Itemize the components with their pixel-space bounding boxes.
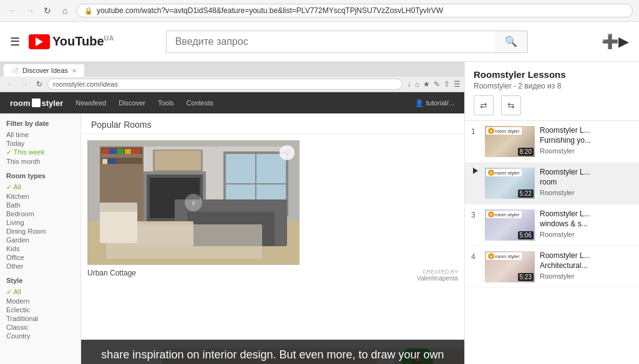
room-nav-arrow[interactable]: ›	[185, 194, 202, 211]
filter-by-date-heading: Filter by date	[6, 120, 74, 127]
type-bath[interactable]: Bath	[6, 201, 74, 209]
forward-button[interactable]: →	[24, 4, 36, 17]
loop-button[interactable]: ⇄	[474, 95, 494, 115]
home-icon: ⌂	[415, 80, 419, 89]
item-num-3: 3	[471, 209, 480, 219]
yt-sidebar: Roomstyler Lessons Roomstyler - 2 видео …	[464, 62, 639, 364]
inner-browser-nav: ← → ↻ roomstyler.com/ideas ↓ ⌂ ★ ✎ ⇧ ☰	[0, 77, 464, 92]
playlist-item-4[interactable]: 4 ● room styler 5:23 Roomstyler L...Arch…	[465, 246, 639, 288]
type-kids[interactable]: Kids	[6, 244, 74, 253]
room-heart-button[interactable]: ♡	[280, 145, 295, 160]
reload-button[interactable]: ↻	[41, 4, 54, 17]
yt-main: 📄 Discover Ideas ✕ ← → ↻ roomstyler.com/…	[0, 62, 639, 364]
room-title-area: Urban Cottage CREATED BY Valentinapenta	[87, 265, 458, 283]
svg-rect-11	[125, 149, 131, 154]
star-icon: ★	[423, 80, 430, 89]
svg-rect-12	[132, 149, 140, 154]
rs-nav-newsfeed[interactable]: Newsfeed	[76, 99, 106, 107]
type-garden[interactable]: Garden	[6, 236, 74, 244]
thumb-icon-1: ●	[488, 128, 494, 134]
inner-reload-button[interactable]: ↻	[34, 79, 45, 90]
room-image-1: ♡ ›	[87, 140, 300, 265]
filter-all-time[interactable]: All time	[6, 130, 74, 139]
style-classic[interactable]: Classic	[6, 323, 74, 332]
svg-rect-27	[100, 203, 137, 212]
inner-browser-tabs: 📄 Discover Ideas ✕	[0, 62, 464, 77]
style-traditional[interactable]: Traditional	[6, 314, 74, 323]
svg-rect-10	[117, 149, 124, 154]
upload-button[interactable]: ➕▶	[602, 34, 629, 50]
svg-rect-9	[110, 149, 116, 154]
thumb-icon-2: ●	[488, 170, 494, 176]
type-dining-room[interactable]: Dining Room	[6, 227, 74, 236]
tab-close-button[interactable]: ✕	[72, 67, 77, 74]
thumb-icon-3: ●	[488, 211, 494, 218]
svg-rect-29	[155, 151, 201, 170]
inner-address-bar[interactable]: roomstyler.com/ideas	[47, 79, 402, 90]
inner-address-text: roomstyler.com/ideas	[53, 80, 118, 88]
thumb-logo-1: ● room styler	[486, 127, 522, 135]
inner-back-button[interactable]: ←	[4, 79, 16, 90]
inner-forward-button[interactable]: →	[19, 79, 31, 90]
tab-icon: 📄	[11, 67, 19, 74]
playlist-item-3[interactable]: 3 ● room styler 5:06 Roomstyler L...wind…	[465, 204, 639, 246]
inner-browser: 📄 Discover Ideas ✕ ← → ↻ roomstyler.com/…	[0, 62, 464, 364]
rs-sidebar: Filter by date All time Today This week …	[0, 113, 81, 364]
url-text: youtube.com/watch?v=avtqD1idS48&feature=…	[97, 6, 443, 15]
play-triangle-icon	[473, 168, 478, 174]
style-country[interactable]: Country	[6, 332, 74, 340]
item-info-4: Roomstyler L...Architectural... Roomstyl…	[540, 251, 633, 280]
room-title: Urban Cottage	[87, 269, 136, 282]
download-icon: ↓	[407, 80, 411, 89]
menu-button[interactable]: ☰	[10, 35, 20, 49]
thumb-logo-2: ● room styler	[486, 169, 522, 176]
item-num-1: 1	[471, 126, 480, 136]
playlist-item-2[interactable]: ● room styler 5:22 Roomstyler L...room R…	[465, 163, 639, 204]
item-num-4: 4	[471, 251, 480, 261]
type-living[interactable]: Living	[6, 218, 74, 227]
shuffle-button[interactable]: ⇆	[501, 95, 521, 115]
item-info-2: Roomstyler L...room Roomstyler	[540, 168, 633, 196]
search-button[interactable]: 🔍	[495, 31, 528, 53]
type-bedroom[interactable]: Bedroom	[6, 209, 74, 218]
thumb-logo-4: ● room styler	[486, 252, 522, 260]
rs-content: Filter by date All time Today This week …	[0, 113, 464, 364]
search-input[interactable]	[166, 31, 495, 53]
thumb-logo-3: ● room styler	[486, 211, 522, 218]
type-office[interactable]: Office	[6, 253, 74, 262]
rs-nav-discover[interactable]: Discover	[119, 99, 145, 107]
inner-tab-discover[interactable]: 📄 Discover Ideas ✕	[4, 64, 84, 77]
style-modern[interactable]: Modern	[6, 297, 74, 305]
home-button[interactable]: ⌂	[59, 4, 71, 17]
type-all[interactable]: All	[6, 183, 74, 192]
browser-toolbar: ← → ↻ ⌂ 🔒 youtube.com/watch?v=avtqD1idS4…	[0, 0, 639, 21]
thumb-icon-4: ●	[488, 253, 494, 259]
lock-icon: 🔒	[84, 7, 93, 15]
edit-icon: ✎	[434, 80, 440, 89]
rs-nav-tools[interactable]: Tools	[158, 99, 174, 107]
menu-icon: ☰	[454, 80, 461, 89]
rs-logo-room: room	[10, 98, 31, 108]
playlist: 1 ● room styler 8:20 Roomstyler L...Furn…	[465, 121, 639, 364]
item-duration-4: 5:23	[518, 273, 534, 281]
address-bar[interactable]: 🔒 youtube.com/watch?v=avtqD1idS48&featur…	[76, 4, 633, 17]
filter-today[interactable]: Today	[6, 139, 74, 148]
type-other[interactable]: Other	[6, 262, 74, 271]
author-name: Valentinapenta	[417, 275, 458, 282]
playlist-item-1[interactable]: 1 ● room styler 8:20 Roomstyler L...Furn…	[465, 121, 639, 163]
style-all[interactable]: All	[6, 287, 74, 297]
item-channel-1: Roomstyler	[540, 147, 633, 155]
filter-this-month[interactable]: This month	[6, 157, 74, 166]
item-thumb-1: ● room styler 8:20	[485, 126, 535, 157]
back-button[interactable]: ←	[6, 4, 19, 17]
style-eclectic[interactable]: Eclectic	[6, 305, 74, 314]
filter-this-week[interactable]: This week	[6, 148, 74, 157]
browser-chrome: ← → ↻ ⌂ 🔒 youtube.com/watch?v=avtqD1idS4…	[0, 0, 639, 22]
rs-user: 👤 tutorial/...	[415, 99, 454, 107]
rs-nav-contests[interactable]: Contests	[187, 99, 213, 107]
item-thumb-2: ● room styler 5:22	[485, 168, 535, 199]
rs-logo-styler: styler	[42, 98, 64, 108]
item-title-3: Roomstyler L...windows & s...	[540, 209, 633, 229]
type-kitchen[interactable]: Kitchen	[6, 192, 74, 201]
tab-title: Discover Ideas	[22, 67, 68, 74]
